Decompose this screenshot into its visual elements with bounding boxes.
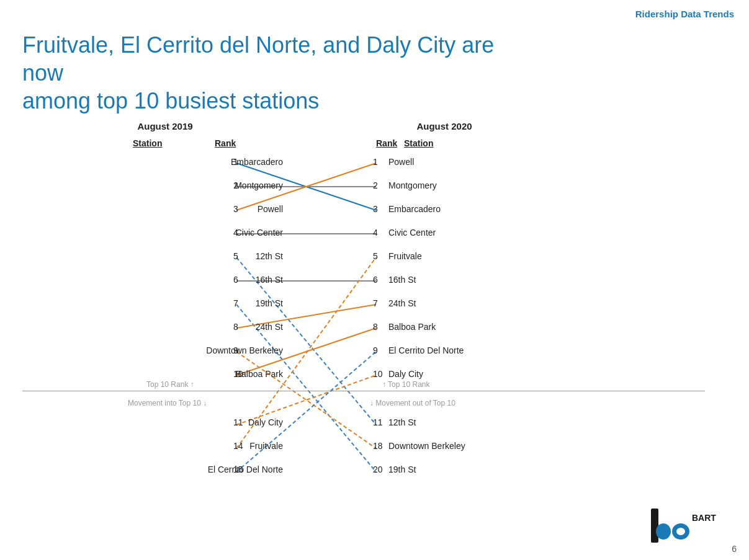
- left-rank-6: 7: [233, 298, 238, 308]
- left-station-5: 16th St: [256, 275, 283, 285]
- svg-text:BART: BART: [692, 513, 716, 523]
- divider-line: [22, 391, 705, 391]
- left-station-6: 19th St: [256, 298, 283, 308]
- movement-out-label: ↓ Movement out of Top 10: [370, 399, 455, 407]
- svg-point-16: [676, 528, 685, 535]
- left-station-1: Montgomery: [235, 180, 283, 190]
- top10-rank-left: Top 10 Rank ↑: [146, 380, 194, 389]
- right-station-4: Fruitvale: [388, 251, 422, 261]
- left-station-12: El Cerrito Del Norte: [208, 464, 283, 474]
- left-rank-1: 2: [233, 180, 238, 190]
- right-rank-4: 5: [373, 251, 378, 261]
- left-rank-11: 14: [233, 441, 243, 451]
- header-label: Ridership Data Trends: [635, 9, 734, 19]
- right-station-7: Balboa Park: [388, 322, 436, 332]
- left-rank-4: 5: [233, 251, 238, 261]
- left-station-header: Station: [133, 138, 162, 148]
- left-station-2: Powell: [258, 204, 283, 214]
- right-rank-7: 8: [373, 322, 378, 332]
- main-title: Fruitvale, El Cerrito del Norte, and Dal…: [22, 31, 531, 115]
- svg-line-8: [236, 352, 376, 448]
- left-station-10: Daly City: [248, 417, 283, 427]
- left-station-11: Fruitvale: [249, 441, 283, 451]
- right-station-1: Montgomery: [388, 180, 437, 190]
- left-station-0: Embarcadero: [231, 157, 283, 167]
- right-rank-3: 4: [373, 228, 378, 238]
- right-station-5: 16th St: [388, 275, 416, 285]
- right-station-3: Civic Center: [388, 228, 436, 238]
- left-station-7: 24th St: [256, 322, 283, 332]
- left-rank-10: 11: [233, 417, 243, 427]
- left-rank-7: 8: [233, 322, 238, 332]
- right-rank-10: 11: [373, 417, 383, 427]
- right-station-9: Daly City: [388, 369, 423, 379]
- right-col-header: August 2020: [376, 121, 513, 131]
- page-number: 6: [732, 544, 737, 554]
- right-station-8: El Cerrito Del Norte: [388, 345, 464, 355]
- right-rank-9: 10: [373, 369, 383, 379]
- right-rank-6: 7: [373, 298, 378, 308]
- right-station-0: Powell: [388, 157, 414, 167]
- top10-rank-right: ↑ Top 10 Rank: [382, 380, 430, 389]
- right-station-2: Embarcadero: [388, 204, 441, 214]
- chart-area: August 2019 August 2020 Station Rank Ran…: [22, 121, 724, 543]
- left-station-3: Civic Center: [236, 228, 283, 238]
- left-rank-12: 15: [233, 464, 243, 474]
- left-rank-header: Rank: [215, 138, 236, 148]
- right-station-12: 19th St: [388, 464, 416, 474]
- movement-in-label: Movement into Top 10 ↓: [128, 399, 207, 407]
- left-rank-0: 1: [233, 157, 238, 167]
- right-rank-11: 18: [373, 441, 383, 451]
- right-rank-header: Rank: [376, 138, 397, 148]
- right-station-10: 12th St: [388, 417, 416, 427]
- left-rank-3: 4: [233, 228, 238, 238]
- right-rank-0: 1: [373, 157, 378, 167]
- left-col-header: August 2019: [97, 121, 233, 131]
- left-rank-5: 6: [233, 275, 238, 285]
- left-rank-9: 10: [233, 369, 243, 379]
- left-rank-8: 9: [233, 345, 238, 355]
- right-rank-1: 2: [373, 180, 378, 190]
- right-station-11: Downtown Berkeley: [388, 441, 465, 451]
- right-station-6: 24th St: [388, 298, 416, 308]
- right-rank-8: 9: [373, 345, 378, 355]
- left-station-4: 12th St: [256, 251, 283, 261]
- right-rank-2: 3: [373, 204, 378, 214]
- svg-point-14: [656, 523, 671, 540]
- right-station-header: Station: [404, 138, 433, 148]
- right-rank-5: 6: [373, 275, 378, 285]
- right-rank-12: 20: [373, 464, 383, 474]
- left-station-8: Downtown Berkeley: [206, 345, 283, 355]
- left-rank-2: 3: [233, 204, 238, 214]
- bart-logo: BART: [650, 505, 712, 543]
- svg-rect-13: [651, 509, 658, 543]
